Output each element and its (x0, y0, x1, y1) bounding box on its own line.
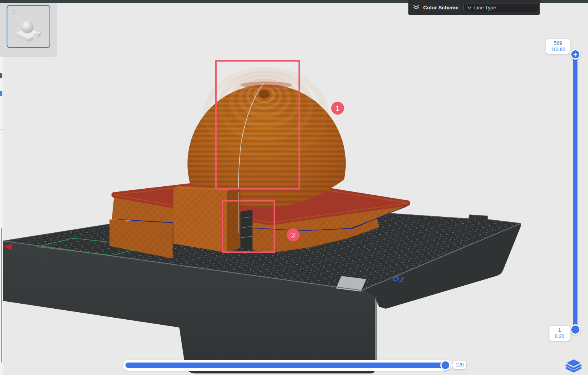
left-scrollbar[interactable] (1, 228, 2, 363)
plate-list-panel: 1 (0, 3, 57, 57)
layer-slider-bottom-tooltip: 1 0.20 (549, 326, 570, 341)
layer-slider-top-handle[interactable]: + (570, 49, 581, 60)
annotation-badge-2: 2 (287, 228, 300, 241)
annotation-rect-1 (215, 60, 300, 189)
top-layer-number: 569 (549, 40, 567, 46)
annotation-rect-2 (222, 200, 275, 253)
bottom-layer-number: 1 (552, 327, 567, 333)
step-slider-tooltip: 120 (453, 361, 466, 369)
view-mode-dropdown[interactable]: Line Type (463, 3, 540, 12)
chevron-down-icon (467, 6, 471, 9)
sidebar-tool-icon-active[interactable] (0, 91, 2, 96)
color-scheme-label: Color Scheme (423, 5, 459, 11)
layer-slider-top-tooltip: 569 113.80 (546, 39, 570, 54)
layer-slider-track[interactable] (573, 54, 577, 329)
layers-stack-icon[interactable] (565, 357, 582, 374)
view-mode-value: Line Type (474, 5, 496, 11)
step-slider-handle[interactable] (440, 360, 450, 370)
annotation-badge-1: 1 (331, 102, 344, 115)
sidebar-tool-icon[interactable] (0, 73, 2, 78)
sidebar-divider (0, 129, 3, 130)
layer-slider-bottom-handle[interactable] (570, 324, 581, 335)
plate-thumbnail[interactable]: 1 (7, 5, 50, 48)
bottom-layer-height: 0.20 (552, 333, 567, 340)
top-layer-height: 113.80 (549, 46, 567, 53)
collapse-panel-icon[interactable] (413, 5, 419, 10)
step-value: 120 (456, 362, 464, 368)
step-slider-fill (125, 363, 445, 368)
plate-preview-image (10, 12, 47, 45)
color-scheme-panel: Color Scheme Line Type (408, 0, 540, 15)
